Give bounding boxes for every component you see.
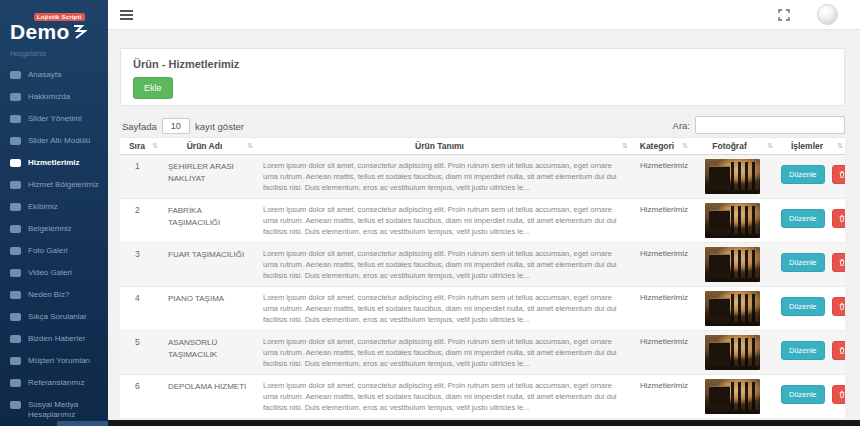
column-header-sira[interactable]: Sıra⇅ [120, 138, 160, 155]
product-photo [705, 203, 760, 238]
sidebar-item-label: Slider Altı Modülü [28, 136, 90, 146]
sidebar-item-video-galeri[interactable]: Video Galeri [0, 262, 108, 284]
photo-cell [690, 155, 775, 199]
sidebar-item-label: Anasayfa [28, 70, 61, 80]
length-suffix-label: kayıt göster [195, 121, 244, 132]
sort-icon: ⇅ [247, 142, 253, 150]
delete-button[interactable]: Sil [832, 341, 845, 360]
photo-cell [690, 243, 775, 287]
edit-button[interactable]: Düzenle [781, 341, 825, 360]
sidebar-item-label: Video Galeri [28, 268, 72, 278]
fullscreen-icon[interactable] [778, 9, 790, 21]
length-prefix-label: Sayfada [122, 121, 157, 132]
sidebar-item-sikca-sorulanlar[interactable]: Sıkça Sorulanlar [0, 306, 108, 328]
photo-cell [690, 287, 775, 331]
sidebar-item-referanslarimiz[interactable]: Referanslarımız [0, 372, 108, 394]
photo-icon [10, 247, 21, 255]
sidebar-item-ekibimiz[interactable]: Ekibimiz [0, 196, 108, 218]
sort-icon: ⇅ [622, 142, 628, 150]
product-name: DEPOLAMA HİZMETİ [160, 375, 255, 419]
certificate-icon [10, 225, 21, 233]
sidebar-item-musteri-yorumlari[interactable]: Müşteri Yorumları [0, 350, 108, 372]
add-button[interactable]: Ekle [133, 77, 173, 99]
sidebar-item-anasayfa[interactable]: Anasayfa [0, 64, 108, 86]
edit-button[interactable]: Düzenle [781, 165, 825, 184]
edit-button[interactable]: Düzenle [781, 385, 825, 404]
sidebar-item-hizmet-bolgelerimiz[interactable]: Hizmet Bölgelerimiz [0, 174, 108, 196]
row-index: 5 [120, 331, 160, 375]
sort-icon: ⇅ [767, 142, 773, 150]
table-header-row: Sıra⇅ Ürün Adı⇅ Ürün Tanımı⇅ Kategori⇅ F… [120, 138, 845, 155]
column-header-fotograf[interactable]: Fotoğraf⇅ [690, 138, 775, 155]
delete-button[interactable]: Sil [832, 253, 845, 272]
sidebar-item-slider-alti-modulu[interactable]: Slider Altı Modülü [0, 130, 108, 152]
logo[interactable]: Lojistik Scripti Demo [0, 0, 108, 44]
sidebar-item-belgelerimiz[interactable]: Belgelerimiz [0, 218, 108, 240]
delete-button[interactable]: Sil [832, 385, 845, 404]
column-header-islemler[interactable]: İşlemler⇅ [775, 138, 845, 155]
sidebar-item-foto-galeri[interactable]: Foto Galeri [0, 240, 108, 262]
edit-button[interactable]: Düzenle [781, 209, 825, 228]
product-photo [705, 379, 760, 414]
sidebar-item-label: Neden Biz? [28, 290, 69, 300]
sort-icon: ⇅ [682, 142, 688, 150]
sidebar-item-label: Sosyal Medya Hesaplarımız [28, 400, 100, 420]
table-row: 4 PIANO TAŞIMA Lorem ipsum dolor sit ame… [120, 287, 845, 331]
delete-button[interactable]: Sil [832, 297, 845, 316]
table-row: 6 DEPOLAMA HİZMETİ Lorem ipsum dolor sit… [120, 375, 845, 419]
product-name: FUAR TAŞIMACILIĞI [160, 243, 255, 287]
sidebar-item-label: Bizden Haberler [28, 334, 85, 344]
suitcase-icon [10, 291, 21, 299]
code-branch-icon [10, 379, 21, 387]
hamburger-menu-icon[interactable] [120, 10, 133, 12]
delete-button[interactable]: Sil [832, 165, 845, 184]
product-category: Hizmetlerimiz [630, 331, 690, 375]
actions-cell: Düzenle Sil [775, 155, 845, 199]
delete-button[interactable]: Sil [832, 209, 845, 228]
row-index: 2 [120, 199, 160, 243]
column-header-urun-tanimi[interactable]: Ürün Tanımı⇅ [255, 138, 630, 155]
column-header-kategori[interactable]: Kategori⇅ [630, 138, 690, 155]
sidebar-item-label: Ekibimiz [28, 202, 58, 212]
trash-icon [839, 391, 845, 398]
product-photo [705, 291, 760, 326]
product-description: Lorem ipsum dolor sit amet, consectetur … [255, 243, 630, 287]
comments-icon [10, 357, 21, 365]
sidebar-item-hakkimizda[interactable]: Hakkımızda [0, 86, 108, 108]
product-name: PIANO TAŞIMA [160, 287, 255, 331]
table-controls: Sayfada kayıt göster Ara: [120, 116, 845, 136]
user-avatar[interactable] [817, 4, 838, 25]
sidebar-item-slider-yonetimi[interactable]: Slider Yönetimi [0, 108, 108, 130]
route-zigzag-icon [73, 24, 87, 39]
main-content: Ürün - Hizmetlerimiz Ekle Sayfada kayıt … [108, 30, 860, 426]
page-length-input[interactable] [162, 118, 190, 134]
sidebar-bottom-accent [57, 421, 108, 426]
product-category: Hizmetlerimiz [630, 199, 690, 243]
sidebar-item-bizden-haberler[interactable]: Bizden Haberler [0, 328, 108, 350]
product-category: Hizmetlerimiz [630, 243, 690, 287]
image-icon [10, 115, 21, 123]
product-name: FABRİKA TAŞIMACILIĞI [160, 199, 255, 243]
sort-icon: ⇅ [152, 142, 158, 150]
welcome-text: Hoşgeldiniz [0, 44, 108, 64]
desktop-icon [10, 71, 21, 79]
product-category: Hizmetlerimiz [630, 375, 690, 419]
edit-button[interactable]: Düzenle [781, 297, 825, 316]
search-input[interactable] [695, 116, 845, 134]
table-row: 5 ASANSÖRLÜ TAŞIMACILIK Lorem ipsum dolo… [120, 331, 845, 375]
sidebar-item-label: Sıkça Sorulanlar [28, 312, 87, 322]
table-row: 2 FABRİKA TAŞIMACILIĞI Lorem ipsum dolor… [120, 199, 845, 243]
newspaper-icon [10, 335, 21, 343]
sidebar-item-label: Hizmetlerimiz [28, 158, 80, 168]
sidebar-item-hizmetlerimiz[interactable]: Hizmetlerimiz [0, 152, 108, 174]
column-header-urun-adi[interactable]: Ürün Adı⇅ [160, 138, 255, 155]
photo-cell [690, 375, 775, 419]
product-category: Hizmetlerimiz [630, 287, 690, 331]
id-card-icon [10, 203, 21, 211]
sidebar-item-neden-biz[interactable]: Neden Biz? [0, 284, 108, 306]
page-length-control: Sayfada kayıt göster [122, 118, 244, 134]
photo-cell [690, 199, 775, 243]
truck-icon [10, 181, 21, 189]
edit-button[interactable]: Düzenle [781, 253, 825, 272]
sidebar-item-label: Hakkımızda [28, 92, 70, 102]
